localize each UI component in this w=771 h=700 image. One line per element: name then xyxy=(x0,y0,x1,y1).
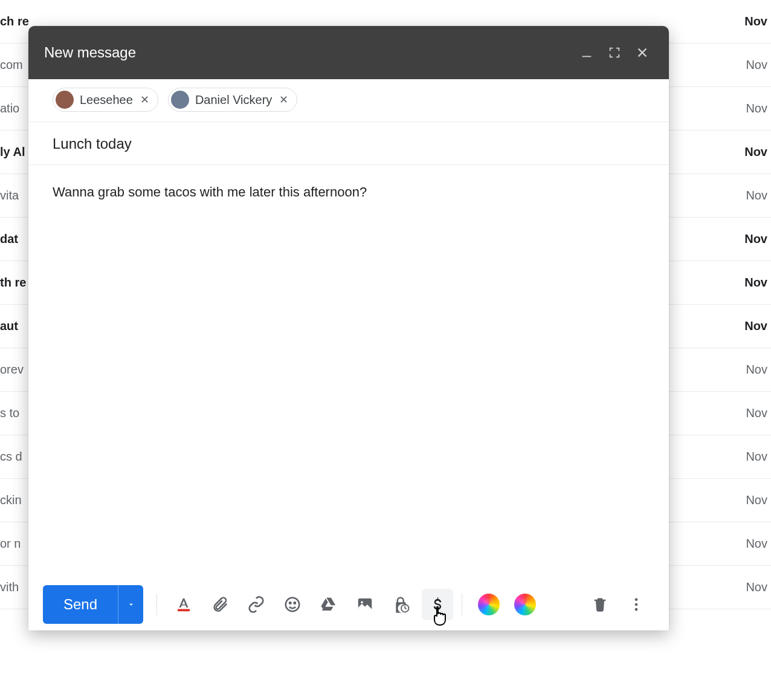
inbox-row-snippet: ckin xyxy=(0,493,22,507)
subject-input[interactable] xyxy=(53,135,645,152)
inbox-row-date: Nov xyxy=(746,450,767,464)
inbox-row-date: Nov xyxy=(746,58,767,72)
inbox-row-snippet: th re xyxy=(0,276,26,290)
recipient-name: Daniel Vickery xyxy=(195,93,272,107)
send-group: Send xyxy=(43,585,143,624)
link-icon[interactable] xyxy=(240,589,272,620)
inbox-row-snippet: s to xyxy=(0,406,19,420)
trash-icon[interactable] xyxy=(584,589,616,620)
rainbow-avatar-icon xyxy=(478,594,500,615)
more-vert-icon[interactable] xyxy=(621,589,652,620)
recipient-chip[interactable]: Daniel Vickery✕ xyxy=(168,88,297,112)
emoji-icon[interactable] xyxy=(277,589,308,620)
inbox-row-date: Nov xyxy=(746,363,767,377)
compose-window: New message Leesehee✕Daniel Vickery✕ Wan… xyxy=(28,26,669,630)
chip-remove-icon[interactable]: ✕ xyxy=(278,93,289,106)
inbox-row-date: Nov xyxy=(746,537,767,551)
send-button[interactable]: Send xyxy=(43,585,118,624)
separator xyxy=(156,594,157,615)
inbox-row-snippet: orev xyxy=(0,363,24,377)
paperclip-icon[interactable] xyxy=(204,589,236,620)
caret-down-icon xyxy=(127,600,135,609)
drive-icon[interactable] xyxy=(313,589,344,620)
body-text: Wanna grab some tacos with me later this… xyxy=(53,184,367,199)
inbox-row-date: Nov xyxy=(744,15,767,28)
inbox-row-date: Nov xyxy=(746,493,767,507)
extension-icon-2[interactable] xyxy=(509,589,541,620)
rainbow-avatar-icon xyxy=(514,594,536,615)
inbox-row-date: Nov xyxy=(744,319,767,333)
svg-point-3 xyxy=(289,602,291,604)
inbox-row-date: Nov xyxy=(744,145,767,159)
svg-rect-0 xyxy=(582,56,592,57)
svg-point-4 xyxy=(294,602,296,604)
compose-body[interactable]: Wanna grab some tacos with me later this… xyxy=(28,165,669,578)
inbox-row-snippet: or n xyxy=(0,537,21,551)
inbox-row-date: Nov xyxy=(744,232,767,246)
inbox-row-date: Nov xyxy=(746,189,767,203)
svg-rect-1 xyxy=(178,609,190,612)
separator xyxy=(462,594,462,615)
inbox-row-snippet: ch re xyxy=(0,15,29,28)
lock-clock-icon[interactable] xyxy=(386,589,417,620)
inbox-row-snippet: dat xyxy=(0,232,18,246)
dollar-icon[interactable] xyxy=(422,589,453,620)
fullscreen-button[interactable] xyxy=(604,42,625,63)
image-icon[interactable] xyxy=(349,589,381,620)
avatar xyxy=(171,91,189,109)
recipient-name: Leesehee xyxy=(80,93,133,107)
inbox-row-snippet: aut xyxy=(0,319,18,333)
recipient-chip[interactable]: Leesehee✕ xyxy=(53,88,158,112)
extension-icon-1[interactable] xyxy=(473,589,505,620)
compose-toolbar: Send xyxy=(28,578,669,630)
format-text-icon[interactable] xyxy=(168,589,199,620)
inbox-row-snippet: vith xyxy=(0,580,19,594)
send-options-button[interactable] xyxy=(118,585,143,624)
chip-remove-icon[interactable]: ✕ xyxy=(139,93,150,106)
close-button[interactable] xyxy=(631,42,653,63)
inbox-row-date: Nov xyxy=(744,276,767,290)
inbox-row-snippet: ly Al xyxy=(0,145,25,159)
svg-point-6 xyxy=(361,601,363,603)
svg-point-9 xyxy=(635,598,638,601)
inbox-row-snippet: cs d xyxy=(0,450,22,464)
inbox-row-snippet: vita xyxy=(0,189,19,203)
subject-row xyxy=(28,122,669,165)
compose-title: New message xyxy=(44,44,570,61)
svg-point-2 xyxy=(286,598,300,612)
inbox-row-snippet: com xyxy=(0,58,23,72)
inbox-row-date: Nov xyxy=(746,580,767,594)
recipients-row[interactable]: Leesehee✕Daniel Vickery✕ xyxy=(28,79,669,122)
inbox-row-date: Nov xyxy=(746,406,767,420)
inbox-row-snippet: atio xyxy=(0,102,19,115)
minimize-button[interactable] xyxy=(576,42,598,63)
compose-header: New message xyxy=(28,26,669,79)
inbox-row-date: Nov xyxy=(746,102,767,115)
svg-point-11 xyxy=(635,608,638,611)
svg-point-10 xyxy=(635,603,638,606)
avatar xyxy=(56,91,74,109)
